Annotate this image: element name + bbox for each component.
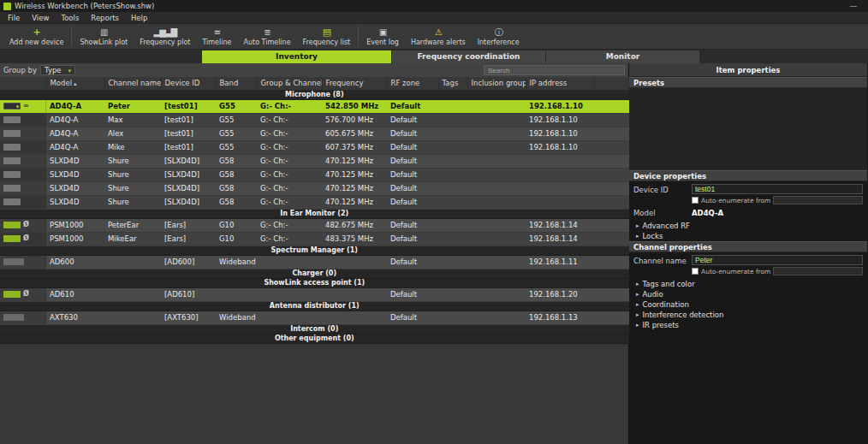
channel-auto-enumerate-input[interactable] (773, 267, 863, 275)
section-header[interactable]: Intercom (0) (0, 324, 629, 334)
frequency-list-button[interactable]: ▤Frequency list (297, 24, 357, 49)
channel-expanders: ▸Tags and color▸Audio▸Coordination▸Inter… (629, 279, 867, 330)
device-auto-enumerate-checkbox[interactable] (692, 197, 699, 204)
item-properties-title: Item properties (629, 63, 867, 77)
group-by-label: Group by (3, 66, 37, 74)
table-row[interactable]: ØAD610[AD610]Default192.168.1.20 (0, 287, 629, 301)
menu-file[interactable]: File (2, 14, 26, 22)
expander-interference-detection[interactable]: ▸Interference detection (629, 310, 867, 320)
table-row[interactable]: SLXD4DShure[SLXD4D]G58G:- Ch:-470.125 MH… (0, 181, 629, 195)
chevron-right-icon: ▸ (636, 281, 639, 287)
group-by-value: Type (45, 66, 62, 74)
device-properties-header[interactable]: Device properties (629, 170, 867, 181)
presets-section-header[interactable]: Presets (629, 77, 867, 88)
model-label: Model (633, 207, 692, 217)
device-expanders: ▸Advanced RF▸Locks (629, 221, 867, 241)
device-auto-enumerate-input[interactable] (773, 196, 863, 204)
expander-tags-and-color[interactable]: ▸Tags and color (629, 279, 867, 289)
column-header-icon[interactable] (0, 77, 46, 90)
frequency-list-icon: ▤ (323, 27, 330, 38)
timeline-button[interactable]: ≡Timeline (196, 24, 237, 49)
table-row[interactable]: AD4Q-AAlex[test01]G55G:- Ch:-605.675 MHz… (0, 127, 629, 140)
expander-coordination[interactable]: ▸Coordination (629, 299, 867, 310)
column-header-Channel name[interactable]: Channel name (104, 77, 161, 90)
event-log-icon: ▣ (379, 27, 386, 38)
properties-pane: Item properties Presets Device propertie… (629, 63, 867, 444)
minimize-button[interactable]: — (842, 2, 865, 10)
section-header[interactable]: Antenna distributor (1) (0, 301, 629, 311)
model-value: AD4Q-A (692, 207, 723, 217)
add-device-icon: + (33, 27, 40, 38)
column-header-Group & Channel[interactable]: Group & Channel (257, 77, 322, 90)
table-row[interactable]: SLXD4DShure[SLXD4D]G58G:- Ch:-470.125 MH… (0, 168, 629, 181)
chevron-right-icon: ▸ (636, 222, 639, 229)
channel-properties-header[interactable]: Channel properties (629, 241, 867, 252)
device-id-input[interactable] (692, 184, 863, 194)
column-header-Inclusion group[interactable]: Inclusion group (467, 77, 526, 90)
table-row[interactable]: ØPSM1000MikeEar[Ears]G10G:- Ch:-483.375 … (0, 232, 629, 246)
timeline-icon: ≡ (214, 27, 220, 38)
no-network-icon: Ø (23, 291, 29, 298)
table-row[interactable]: AD4Q-AMax[test01]G55G:- Ch:-576.700 MHzD… (0, 113, 629, 127)
menu-reports[interactable]: Reports (85, 14, 125, 22)
device-thumbnail-icon (3, 222, 21, 228)
section-header[interactable]: Other equipment (0) (0, 334, 629, 343)
device-thumbnail-icon (3, 258, 24, 265)
column-header-RF zone[interactable]: RF zone (387, 77, 438, 90)
device-thumbnail-icon (3, 171, 21, 178)
tab-monitor[interactable]: Monitor (546, 50, 700, 63)
section-header[interactable]: Charger (0) (0, 269, 629, 278)
channel-auto-enumerate-checkbox[interactable] (692, 268, 699, 275)
add-new-device-button[interactable]: +Add new device (3, 24, 69, 49)
event-log-button[interactable]: ▣Event log (360, 24, 405, 49)
auto-timeline-button[interactable]: ≣Auto Timeline (237, 24, 296, 49)
channel-name-input[interactable] (692, 255, 863, 265)
menu-help[interactable]: Help (125, 14, 153, 22)
expander-audio[interactable]: ▸Audio (629, 289, 867, 299)
chevron-right-icon: ▸ (636, 301, 639, 308)
chevron-right-icon: ▸ (636, 233, 639, 240)
no-network-icon: Ø (23, 235, 29, 242)
column-header-Band[interactable]: Band (216, 77, 257, 90)
frequency-plot-icon: ▂▆▃▇ (153, 27, 176, 38)
menu-tools[interactable]: Tools (55, 14, 85, 22)
showlink-plot-button[interactable]: ▥ShowLink plot (74, 24, 134, 49)
expander-ir-presets[interactable]: ▸IR presets (629, 320, 867, 330)
channel-auto-enumerate-label: Auto-enumerate from (701, 268, 770, 275)
table-row[interactable]: AD600[AD600]WidebandDefault192.168.1.11 (0, 255, 629, 269)
inventory-table: Model▴Channel nameDevice IDBandGroup & C… (0, 77, 628, 344)
section-header[interactable]: Microphone (8) (0, 90, 629, 99)
expander-locks[interactable]: ▸Locks (629, 231, 867, 241)
tab-frequency-coordination[interactable]: Frequency coordination (392, 50, 546, 63)
hardware-alerts-button[interactable]: ⚠Hardware alerts (405, 24, 472, 49)
hardware-alerts-icon: ⚠ (435, 27, 442, 38)
device-thumbnail-icon (3, 198, 21, 205)
tab-inventory[interactable]: Inventory (202, 50, 392, 63)
section-header[interactable]: Spectrum Manager (1) (0, 246, 629, 255)
expander-advanced-rf[interactable]: ▸Advanced RF (629, 221, 867, 231)
channel-name-row: Channel name Auto-enumerate from (629, 252, 867, 279)
table-row[interactable]: AD4Q-AMike[test01]G55G:- Ch:-607.375 MHz… (0, 140, 629, 154)
column-header-IP address[interactable]: IP address (526, 77, 594, 90)
section-header[interactable]: In Ear Monitor (2) (0, 209, 629, 218)
interference-button[interactable]: ⓘInterference (472, 24, 526, 49)
search-input[interactable] (484, 65, 625, 75)
table-row[interactable]: ØPSM1000PeterEar[Ears]G10G:- Ch:-482.675… (0, 218, 629, 232)
column-header-Frequency[interactable]: Frequency (322, 77, 387, 90)
chevron-right-icon: ▸ (636, 311, 639, 318)
device-thumbnail-icon (3, 103, 21, 110)
column-header-Model[interactable]: Model▴ (46, 77, 104, 90)
table-row[interactable]: SLXD4DShure[SLXD4D]G58G:- Ch:-470.125 MH… (0, 195, 629, 209)
section-header[interactable]: ShowLink access point (1) (0, 278, 629, 287)
table-row[interactable]: AXT630[AXT630]WidebandDefault192.168.1.1… (0, 311, 629, 324)
group-by-dropdown[interactable]: Type▾ (40, 65, 75, 75)
column-header-Tags[interactable]: Tags (438, 77, 467, 90)
channel-name-label: Channel name (633, 255, 692, 265)
column-header-Device ID[interactable]: Device ID (161, 77, 216, 90)
table-row[interactable]: SLXD4DShure[SLXD4D]G58G:- Ch:-470.125 MH… (0, 154, 629, 168)
table-row[interactable]: ∞AD4Q-APeter[test01]G55G:- Ch:-542.850 M… (0, 99, 629, 113)
menu-view[interactable]: View (26, 14, 55, 22)
frequency-plot-button[interactable]: ▂▆▃▇Frequency plot (134, 24, 196, 49)
device-thumbnail-icon (3, 130, 21, 137)
inventory-body: Microphone (8)∞AD4Q-APeter[test01]G55G:-… (0, 90, 629, 343)
